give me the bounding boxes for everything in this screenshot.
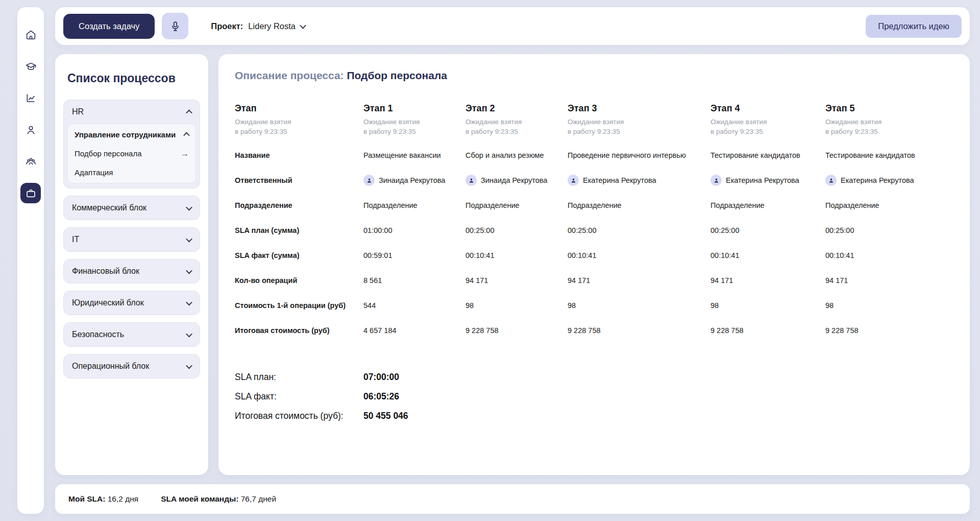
stage-column-header: Этап 1Ожидание взятияв работу 9:23:35 <box>363 103 465 137</box>
processes-icon[interactable] <box>20 183 41 203</box>
process-list-title: Список процессов <box>67 72 200 85</box>
accordion-header[interactable]: Финансовый блок <box>64 259 200 283</box>
person-icon <box>713 177 720 184</box>
stage-3-sla_fact: 00:10:41 <box>568 243 710 268</box>
summary-block: SLA план:07:00:00SLA факт:06:05:26Итогов… <box>235 372 953 421</box>
page-title: Описание процесса: Подбор персонала <box>235 69 953 82</box>
sla-stat-1: SLA моей команды: 76,7 дней <box>161 494 276 504</box>
create-task-button[interactable]: Создать задачу <box>63 14 155 39</box>
chevron-up-icon <box>186 109 192 116</box>
accordion-group: Коммерческий блок <box>63 196 200 220</box>
chevron-down-icon <box>186 299 192 305</box>
stage-2-sla_fact: 00:10:41 <box>465 243 568 268</box>
stage-4-name: Тестирование кандидатов <box>710 143 825 168</box>
project-value: Lidery Rosta <box>248 21 296 31</box>
stage-3-total_cost: 9 228 758 <box>568 318 710 343</box>
collapsed-groups: Коммерческий блок IT Финансовый блок Юри… <box>63 196 200 378</box>
project-selector[interactable]: Проект: Lidery Rosta <box>211 21 305 31</box>
stage-title: Этап 4 <box>710 103 825 114</box>
responsible-name: Екатерина Рекрутова <box>583 176 656 184</box>
sublist-item-adaptation[interactable]: Адаптация <box>68 163 195 182</box>
person-icon <box>468 177 475 184</box>
accordion-group: Безопасность <box>63 322 200 347</box>
analytics-icon[interactable] <box>20 88 41 108</box>
stage-subtitle: Ожидание взятияв работу 9:23:35 <box>568 117 710 137</box>
chevron-up-icon <box>183 132 190 139</box>
project-label: Проект: <box>211 21 243 31</box>
stage-1-sla_fact: 00:59:01 <box>363 243 465 268</box>
stage-5-total_cost: 9 228 758 <box>825 318 953 343</box>
hr-sublist: Управление сотрудниками Подбор персонала… <box>67 124 196 183</box>
person-icon <box>828 177 835 184</box>
stage-5-name: Тестирование кандидатов <box>825 143 953 168</box>
group-label: Операционный блок <box>72 362 149 371</box>
chevron-down-icon <box>186 330 192 337</box>
stage-5-responsible: Екатерина Рекрутова <box>825 168 953 193</box>
profile-icon[interactable] <box>20 120 41 140</box>
stages-table: ЭтапОжидание взятияв работу 9:23:35Этап … <box>235 103 953 343</box>
sla-stat-label: SLA моей команды: <box>161 494 241 503</box>
responsible-chip: Екатерина Рекрутова <box>825 175 914 186</box>
microphone-button[interactable] <box>162 13 188 39</box>
avatar <box>825 175 837 186</box>
summary-label-1: SLA факт: <box>235 391 363 402</box>
stage-3-sla_plan: 00:25:00 <box>568 218 710 243</box>
stage-column-header: Этап 3Ожидание взятияв работу 9:23:35 <box>568 103 710 137</box>
responsible-chip: Зинаида Рекрутова <box>363 175 445 186</box>
accordion-header-hr[interactable]: HR <box>64 100 200 124</box>
accordion-header[interactable]: Коммерческий блок <box>64 196 200 220</box>
sublist-item-label: Управление сотрудниками <box>75 130 176 139</box>
stage-subtitle: Ожидание взятияв работу 9:23:35 <box>710 117 825 137</box>
stage-title: Этап 2 <box>465 103 568 114</box>
stage-5-operations: 94 171 <box>825 268 953 293</box>
stage-column-header: Этап 4Ожидание взятияв работу 9:23:35 <box>710 103 825 137</box>
stage-title: Этап 5 <box>825 103 953 114</box>
stage-2-cost_per_op: 98 <box>465 293 568 318</box>
stage-column-header-label: ЭтапОжидание взятияв работу 9:23:35 <box>235 103 363 137</box>
stage-4-operations: 94 171 <box>710 268 825 293</box>
summary-value-1: 06:05:26 <box>363 391 953 402</box>
stage-5-sla_fact: 00:10:41 <box>825 243 953 268</box>
topbar: Создать задачу Проект: Lidery Rosta Пред… <box>55 7 970 45</box>
stage-4-sla_fact: 00:10:41 <box>710 243 825 268</box>
avatar <box>710 175 722 186</box>
stage-1-operations: 8 561 <box>363 268 465 293</box>
accordion-header[interactable]: Юридический блок <box>64 291 200 315</box>
row-label-responsible: Ответственный <box>235 168 363 193</box>
detail-title-label: Описание процесса: <box>235 69 344 81</box>
group-label: HR <box>72 107 84 116</box>
chevron-down-icon <box>186 235 192 242</box>
suggest-idea-button[interactable]: Предложить идею <box>866 15 962 38</box>
stage-column-header: Этап 2Ожидание взятияв работу 9:23:35 <box>465 103 568 137</box>
group-label: Коммерческий блок <box>72 203 146 212</box>
accordion-header[interactable]: Безопасность <box>64 323 200 346</box>
row-label-sla_fact: SLA факт (сумма) <box>235 243 363 268</box>
row-label-operations: Кол-во операций <box>235 268 363 293</box>
avatar <box>363 175 375 186</box>
accordion-header[interactable]: Операционный блок <box>64 354 200 378</box>
team-icon[interactable] <box>20 151 41 172</box>
stage-subtitle: Ожидание взятияв работу 9:23:35 <box>235 117 363 137</box>
stage-5-department: Подразделение <box>825 193 953 218</box>
process-detail-panel: Описание процесса: Подбор персонала Этап… <box>218 54 970 475</box>
accordion-header[interactable]: IT <box>64 228 200 251</box>
stage-title: Этап 3 <box>568 103 710 114</box>
responsible-name: Екатерина Рекрутова <box>726 176 799 184</box>
home-icon[interactable] <box>20 25 41 45</box>
row-label-total_cost: Итоговая стоимость (руб) <box>235 318 363 343</box>
stage-subtitle: Ожидание взятияв работу 9:23:35 <box>363 117 465 137</box>
avatar <box>465 175 477 186</box>
responsible-name: Зинаида Рекрутова <box>481 176 547 184</box>
education-icon[interactable] <box>20 56 41 77</box>
sublist-item-recruiting[interactable]: Подбор персонала → <box>68 144 195 163</box>
stage-4-department: Подразделение <box>710 193 825 218</box>
stage-1-department: Подразделение <box>363 193 465 218</box>
stage-2-department: Подразделение <box>465 193 568 218</box>
accordion-group: Финансовый блок <box>63 259 200 283</box>
stage-1-name: Размещение вакансии <box>363 143 465 168</box>
accordion-group: Юридический блок <box>63 291 200 315</box>
sublist-item-employee-management[interactable]: Управление сотрудниками <box>68 125 195 144</box>
stage-5-cost_per_op: 98 <box>825 293 953 318</box>
stage-4-cost_per_op: 98 <box>710 293 825 318</box>
stage-title: Этап 1 <box>363 103 465 114</box>
